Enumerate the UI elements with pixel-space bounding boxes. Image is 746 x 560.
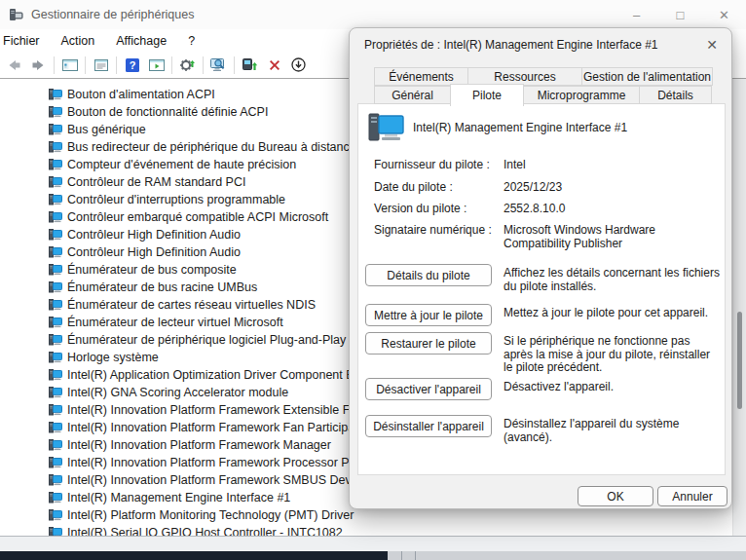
driver-action-button[interactable]: Détails du pilote: [365, 264, 492, 286]
dialog-tabs: Événements Ressources Gestion de l'alime…: [374, 67, 715, 104]
window-title: Gestionnaire de périphériques: [31, 8, 194, 21]
tree-item-label: Intel(R) Innovation Platform Framework S…: [67, 473, 367, 487]
tree-item-label: Bus redirecteur de périphérique du Burea…: [67, 140, 356, 154]
field-label: Signataire numérique :: [374, 223, 492, 237]
device-icon: [49, 124, 62, 135]
update-driver-icon[interactable]: [175, 54, 200, 77]
tree-item-label: Contrôleur de RAM standard PCI: [67, 175, 245, 189]
device-icon: [49, 89, 62, 100]
tab-row-1: Événements Ressources Gestion de l'alime…: [374, 67, 715, 86]
dialog-tab[interactable]: Microprogramme: [523, 86, 640, 104]
scan-hardware-changes-icon[interactable]: [206, 54, 231, 77]
field-label: Fournisseur du pilote :: [374, 158, 490, 171]
tree-item-label: Intel(R) Innovation Platform Framework E…: [67, 403, 361, 417]
toolbar-separator: [171, 56, 172, 74]
tree-item-label: Énumérateur de cartes réseau virtuelles …: [67, 298, 316, 312]
device-icon: [49, 352, 62, 363]
device-icon: [49, 474, 62, 486]
tab-row-2: Général Pilote Microprogramme Détails: [374, 86, 715, 104]
driver-tab-panel: Intel(R) Management Engine Interface #1 …: [357, 103, 726, 475]
show-action-pane-icon[interactable]: [144, 54, 168, 77]
close-button[interactable]: ✕: [702, 0, 746, 29]
device-manager-app-icon: [9, 8, 23, 22]
bottom-divider: [415, 551, 416, 560]
tree-item[interactable]: Intel(R) Serial IO GPIO Host Controller …: [0, 524, 732, 536]
toolbar-separator: [234, 56, 235, 74]
back-icon[interactable]: [2, 54, 26, 77]
tree-item-label: Bus générique: [67, 123, 146, 136]
dialog-title: Propriétés de : Intel(R) Management Engi…: [350, 28, 731, 61]
tree-item-label: Contrôleur High Definition Audio: [67, 228, 241, 242]
main-window-titlebar: Gestionnaire de périphériques – □ ✕: [0, 0, 746, 29]
uninstall-device-icon[interactable]: [262, 54, 286, 77]
driver-action-button[interactable]: Désactiver l'appareil: [365, 378, 492, 400]
driver-action-description: Si le périphérique ne fonctionne pas apr…: [504, 335, 722, 375]
dialog-tab[interactable]: Pilote: [450, 84, 524, 106]
tree-item-label: Intel(R) GNA Scoring Accelerator module: [67, 386, 288, 399]
tree-item-label: Bouton d'alimentation ACPI: [67, 88, 215, 101]
tree-item-label: Énumérateur de bus composite: [67, 263, 237, 277]
device-icon: [49, 281, 62, 293]
device-icon: [49, 211, 62, 223]
menu-item[interactable]: ?: [177, 34, 205, 48]
tree-item-label: Intel(R) Management Engine Interface #1: [67, 491, 290, 504]
minimize-button[interactable]: –: [615, 0, 658, 29]
device-icon: [49, 509, 62, 521]
help-icon[interactable]: ?: [120, 54, 144, 77]
toolbar-separator: [116, 56, 117, 74]
ok-button[interactable]: OK: [578, 486, 653, 506]
tree-item-label: Intel(R) Serial IO GPIO Host Controller …: [67, 526, 343, 536]
maximize-button[interactable]: □: [658, 0, 702, 29]
menu-item[interactable]: Action: [51, 34, 106, 48]
device-icon: [49, 439, 62, 451]
svg-text:?: ?: [129, 59, 135, 71]
device-icon: [49, 334, 62, 346]
tree-item-label: Intel(R) Innovation Platform Framework P…: [67, 456, 360, 469]
menu-item[interactable]: Fichier: [0, 34, 51, 48]
desktop-strip: [388, 551, 746, 560]
device-icon: [49, 106, 62, 118]
driver-action-description: Désactivez l'appareil.: [504, 381, 722, 394]
tree-scrollbar-thumb[interactable]: [737, 312, 742, 409]
disable-device-icon[interactable]: [286, 54, 311, 77]
device-icon: [49, 299, 62, 311]
bottom-divider: [401, 551, 402, 560]
device-icon: [49, 369, 62, 381]
device-icon: [49, 176, 62, 188]
tree-item-label: Intel(R) Innovation Platform Framework F…: [67, 421, 361, 434]
device-icon: [49, 527, 62, 536]
field-value: Intel: [504, 158, 716, 171]
forward-icon[interactable]: [26, 54, 51, 77]
show-console-tree-icon[interactable]: [57, 54, 82, 77]
dialog-tab[interactable]: Détails: [639, 86, 712, 104]
field-label: Date du pilote :: [374, 180, 453, 194]
driver-action-button[interactable]: Mettre à jour le pilote: [365, 304, 492, 326]
driver-action-description: Désinstallez l'appareil du système (avan…: [504, 418, 722, 444]
tree-item-label: Intel(R) Innovation Platform Framework M…: [67, 438, 331, 452]
device-icon: [49, 246, 62, 258]
tree-item-label: Bouton de fonctionnalité définie ACPI: [67, 105, 268, 119]
tree-scrollbar[interactable]: [732, 79, 746, 536]
tree-item-label: Énumérateur de lecteur virtuel Microsoft: [67, 316, 283, 329]
cancel-button[interactable]: Annuler: [657, 486, 727, 506]
driver-action-description: Affichez les détails concernant les fich…: [504, 267, 722, 293]
dialog-close-icon[interactable]: ✕: [701, 34, 723, 56]
tree-item-label: Énumérateur de bus racine UMBus: [67, 280, 257, 294]
driver-action-button[interactable]: Restaurer le pilote: [365, 332, 492, 355]
driver-action-button[interactable]: Désinstaller l'appareil: [365, 415, 492, 437]
dialog-tab[interactable]: Général: [374, 86, 451, 104]
device-icon: [49, 159, 62, 170]
dialog-tab[interactable]: Gestion de l'alimentation: [581, 67, 713, 86]
toolbar-separator: [203, 56, 204, 74]
device-icon: [49, 387, 62, 398]
tree-item-label: Intel(R) Application Optimization Driver…: [67, 368, 354, 382]
properties-icon[interactable]: [89, 54, 113, 77]
enable-device-icon[interactable]: [238, 54, 262, 77]
device-icon: [49, 404, 62, 416]
properties-dialog: Propriétés de : Intel(R) Management Engi…: [349, 27, 732, 509]
caption-controls: – □ ✕: [615, 0, 746, 29]
device-icon: [49, 492, 62, 504]
field-value: 2025/12/23: [504, 180, 716, 194]
tree-item-label: Contrôleur High Definition Audio: [67, 245, 241, 259]
menu-item[interactable]: Affichage: [105, 34, 177, 48]
